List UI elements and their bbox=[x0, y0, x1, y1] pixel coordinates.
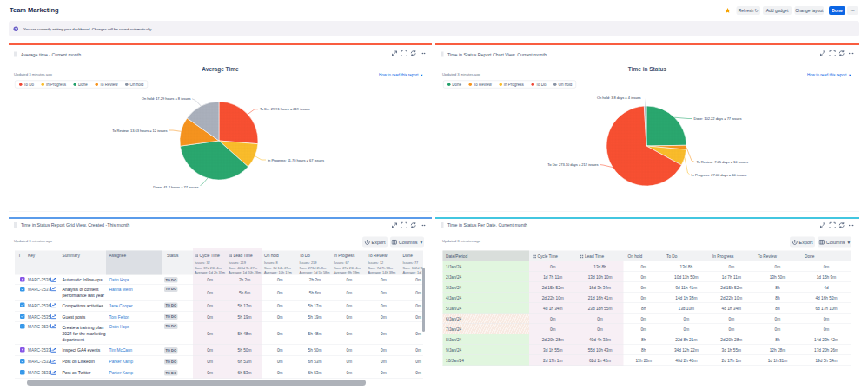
svg-text:To Do: 273.10 days = 212 issue: To Do: 273.10 days = 212 issues bbox=[547, 162, 598, 167]
svg-text:To Review: 7.05 days = 10 issu: To Review: 7.05 days = 10 issues bbox=[697, 160, 748, 164]
svg-text:To Review: 13.63 hours = 12 is: To Review: 13.63 hours = 12 issues bbox=[112, 129, 167, 133]
svg-text:In Progress: 11.70 hours = 67: In Progress: 11.70 hours = 67 issues bbox=[268, 158, 324, 162]
svg-text:On hold: 17.29 hours = 8 issue: On hold: 17.29 hours = 8 issues bbox=[142, 96, 191, 101]
svg-text:Done: 41.2 hours = 77 issues: Done: 41.2 hours = 77 issues bbox=[153, 185, 198, 189]
svg-text:In Progress: 27.00 days = 60 i: In Progress: 27.00 days = 60 issues bbox=[692, 173, 747, 177]
svg-text:On hold: 3.8 days = 4 issues: On hold: 3.8 days = 4 issues bbox=[597, 96, 641, 100]
svg-text:Done: 102.22 days = 77 issues: Done: 102.22 days = 77 issues bbox=[694, 116, 742, 121]
svg-text:To Do: 29.91 hours = 219 issue: To Do: 29.91 hours = 219 issues bbox=[260, 107, 309, 111]
